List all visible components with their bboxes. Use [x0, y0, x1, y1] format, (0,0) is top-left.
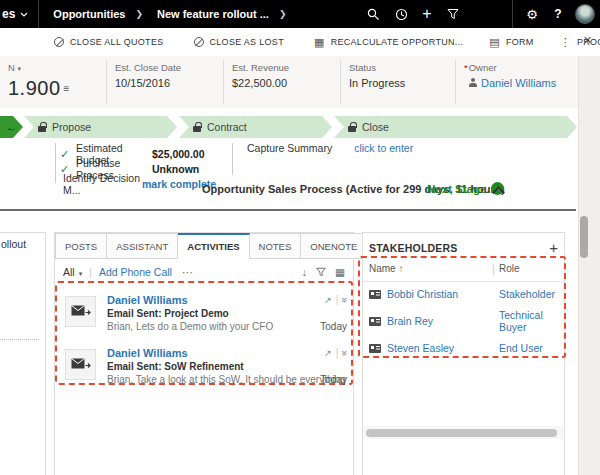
stakeholder-row[interactable]: Brain Rey Technical Buyer: [369, 315, 556, 327]
process-stages-icon: ⋮: [560, 36, 571, 49]
view-grid-icon[interactable]: ▦: [335, 266, 345, 278]
field-value[interactable]: In Progress: [349, 77, 455, 89]
field-label: *Owner: [464, 62, 577, 73]
form-button[interactable]: ▤ FORM: [489, 36, 533, 49]
required-asterisk: *: [464, 62, 468, 73]
stakeholder-role-link[interactable]: End User: [499, 342, 543, 354]
person-icon: [468, 78, 477, 87]
field-value[interactable]: $22,500.00: [232, 77, 340, 89]
breadcrumb-record[interactable]: New feature rollout ...: [157, 8, 269, 20]
activity-row-email-project-demo[interactable]: Daniel Williams Email Sent: Project Demo…: [65, 294, 347, 340]
contact-card-icon: [369, 344, 381, 353]
chevron-down-icon: [20, 12, 28, 17]
stakeholder-name-link[interactable]: Bobbi Christian: [387, 288, 458, 300]
more-activities-button[interactable]: ⋯: [182, 266, 194, 278]
close-as-lost-label: CLOSE AS LOST: [210, 37, 284, 47]
stage-contract[interactable]: Contract: [179, 116, 332, 138]
column-name-header[interactable]: Name ↑: [369, 263, 403, 274]
stage-detail-divider: [55, 143, 56, 183]
add-stakeholder-button[interactable]: +: [549, 239, 558, 256]
filter-icon[interactable]: [440, 0, 466, 28]
step-identify-decision[interactable]: Identify Decision M... mark complete: [63, 172, 216, 196]
tab-assistant[interactable]: ASSISTANT: [107, 233, 178, 259]
stakeholder-row[interactable]: Steven Easley End User: [369, 342, 556, 354]
stage-back-chevron[interactable]: ←: [0, 116, 23, 138]
user-avatar[interactable]: [575, 4, 595, 24]
breadcrumb-chevron-icon: ❯: [279, 9, 287, 19]
header-tile-status: Status In Progress: [340, 60, 455, 104]
back-arrow-icon: ←: [6, 121, 17, 133]
field-value[interactable]: 10/15/2016: [115, 77, 223, 89]
recent-items-icon[interactable]: [388, 0, 414, 28]
form-label: FORM: [506, 37, 534, 47]
next-stage-label: Next Stage: [427, 183, 486, 195]
collapse-process-icon[interactable]: [494, 186, 503, 195]
search-icon[interactable]: [360, 0, 386, 28]
activity-date: Today: [320, 321, 347, 332]
step-capture-summary[interactable]: Capture Summary click to enter: [247, 142, 413, 154]
activity-preview: Brian, Lets do a Demo with your CFO: [107, 321, 347, 332]
app-switcher[interactable]: es: [0, 7, 28, 21]
stakeholder-name-link[interactable]: Steven Easley: [387, 342, 454, 354]
horizontal-scrollbar[interactable]: [366, 429, 557, 437]
activity-owner-link[interactable]: Daniel Williams: [107, 294, 347, 306]
stakeholder-role-link[interactable]: Technical Buyer: [499, 309, 556, 333]
partial-amount: 1.900≡: [8, 77, 105, 100]
open-record-icon[interactable]: ↗: [324, 348, 332, 358]
close-all-quotes-label: CLOSE ALL QUOTES: [70, 37, 164, 47]
column-role-header[interactable]: Role: [499, 263, 520, 274]
lock-icon: [348, 126, 356, 132]
recalculate-label: RECALCULATE OPPORTUN...: [331, 37, 464, 47]
activity-row-email-sow-refinement[interactable]: Daniel Williams Email Sent: SoW Refineme…: [65, 347, 347, 393]
activity-date: Today: [320, 374, 347, 385]
prohibit-icon: [194, 37, 204, 47]
owner-link[interactable]: Daniel Williams: [481, 77, 556, 89]
prohibit-icon: [54, 37, 64, 47]
close-all-quotes-button[interactable]: CLOSE ALL QUOTES: [54, 37, 164, 47]
activity-owner-link[interactable]: Daniel Williams: [107, 347, 347, 359]
stage-close[interactable]: Close: [334, 116, 577, 138]
stakeholder-role-link[interactable]: Stakeholder: [499, 288, 555, 300]
open-record-icon[interactable]: ↗: [324, 295, 332, 305]
add-phone-call-link[interactable]: Add Phone Call: [99, 266, 172, 278]
close-as-lost-button[interactable]: CLOSE AS LOST: [194, 37, 284, 47]
activity-subject[interactable]: Email Sent: SoW Refinement: [107, 361, 347, 372]
chevron-down-icon: ▾: [18, 65, 22, 72]
activities-toolbar: All▾ | Add Phone Call ⋯ ↓ ▦: [55, 261, 353, 283]
filter-icon[interactable]: [316, 267, 326, 277]
contact-card-icon: [369, 290, 381, 299]
recalculate-opportunity-button[interactable]: ▦ RECALCULATE OPPORTUN...: [314, 36, 463, 49]
activity-subject[interactable]: Email Sent: Project Demo: [107, 308, 347, 319]
sort-icon[interactable]: ↓: [302, 266, 307, 278]
process-button[interactable]: ⋮ PROCESS ▾: [560, 36, 600, 49]
stage-propose[interactable]: Propose: [24, 116, 177, 138]
filter-all-dropdown[interactable]: All▾: [63, 266, 82, 278]
activity-preview: Brian, Take a look at this SoW. It shoul…: [107, 374, 347, 385]
step-label: Capture Summary: [247, 142, 332, 154]
nav-divider: [512, 0, 513, 28]
toolbar-icon-group: ↓ ▦: [302, 261, 345, 283]
help-icon[interactable]: ?: [545, 0, 571, 28]
breadcrumb-opportunities[interactable]: Opportunities: [53, 8, 125, 20]
toolbar-divider: |: [89, 266, 92, 278]
field-label: Est. Close Date: [115, 62, 223, 73]
stakeholder-name-link[interactable]: Brain Rey: [387, 315, 433, 327]
tab-notes[interactable]: NOTES: [250, 233, 302, 259]
click-to-enter-link[interactable]: click to enter: [354, 142, 413, 154]
tab-activities[interactable]: ACTIVITIES: [178, 233, 249, 259]
expand-double-chevron-icon[interactable]: »: [339, 350, 350, 355]
create-new-icon[interactable]: +: [414, 0, 440, 28]
partial-dropdown[interactable]: N ▾: [8, 62, 105, 73]
settings-gear-icon[interactable]: ⚙: [519, 0, 545, 28]
timeline-card: POSTS ASSISTANT ACTIVITIES NOTES ONENOTE…: [54, 232, 354, 475]
left-summary-card: ollout: [0, 232, 46, 475]
close-record-icon[interactable]: ×: [584, 32, 592, 48]
vertical-scrollbar[interactable]: [580, 216, 588, 258]
expand-double-chevron-icon[interactable]: »: [339, 297, 350, 302]
tab-onenote[interactable]: ONENOTE: [301, 233, 367, 259]
dotted-divider: [0, 339, 39, 340]
menu-lines-icon[interactable]: ≡: [64, 83, 70, 94]
tab-posts[interactable]: POSTS: [55, 233, 107, 259]
activity-corner-icons: ↗ | »: [324, 294, 347, 305]
stakeholder-row[interactable]: Bobbi Christian Stakeholder: [369, 288, 556, 300]
